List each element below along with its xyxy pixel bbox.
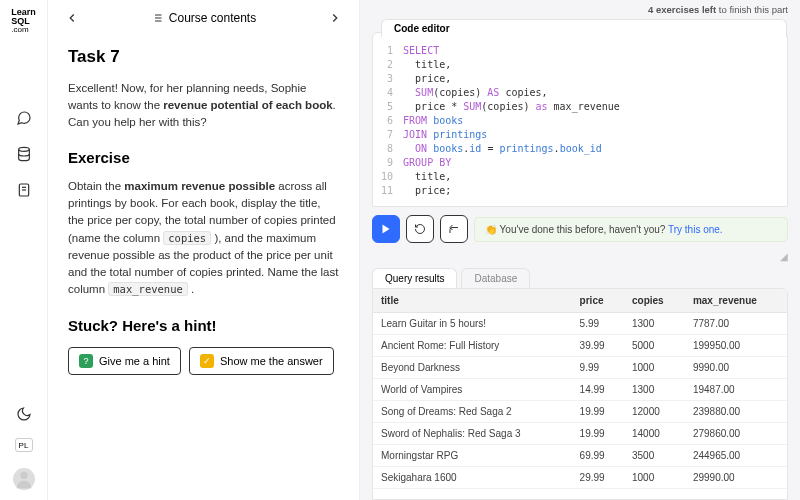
course-contents-label: Course contents bbox=[169, 11, 256, 25]
resize-handle-icon[interactable]: ◢ bbox=[778, 251, 788, 262]
hint-icon: ? bbox=[79, 354, 93, 368]
table-row: Sekigahara 160029.99100029990.00 bbox=[373, 467, 787, 489]
avatar[interactable] bbox=[13, 468, 35, 490]
app-sidebar: Learn SQL .com PL bbox=[0, 0, 48, 500]
hint-button[interactable]: ?Give me a hint bbox=[68, 347, 181, 375]
chat-icon[interactable] bbox=[16, 110, 32, 126]
svg-point-4 bbox=[20, 472, 27, 479]
code-area[interactable]: SELECT title, price, SUM(copies) AS copi… bbox=[403, 44, 620, 198]
hint-heading: Stuck? Here's a hint! bbox=[68, 315, 339, 338]
refresh-icon bbox=[414, 223, 426, 235]
reset-button[interactable] bbox=[406, 215, 434, 243]
exercise-heading: Exercise bbox=[68, 147, 339, 170]
editor-tab[interactable]: Code editor bbox=[381, 19, 787, 37]
table-row: Ancient Rome: Full History39.99500019995… bbox=[373, 335, 787, 357]
table-row: Beyond Darkness9.9910009990.00 bbox=[373, 357, 787, 379]
exercise-text: Obtain the maximum revenue possible acro… bbox=[68, 178, 339, 299]
share-icon bbox=[448, 223, 460, 235]
encouragement-banner: 👏 You've done this before, haven't you? … bbox=[474, 217, 788, 242]
logo-sub: .com bbox=[11, 25, 28, 34]
try-this-link[interactable]: Try this one. bbox=[668, 224, 723, 235]
progress-text: 4 exercises left to finish this part bbox=[360, 0, 800, 15]
results-table: titlepricecopiesmax_revenue Learn Guitar… bbox=[372, 288, 788, 500]
lang-icon[interactable]: PL bbox=[15, 438, 33, 452]
forward-icon[interactable] bbox=[327, 10, 343, 26]
list-icon bbox=[151, 12, 163, 24]
col-copies: copies bbox=[624, 289, 685, 313]
task-intro: Excellent! Now, for her planning needs, … bbox=[68, 80, 339, 132]
run-button[interactable] bbox=[372, 215, 400, 243]
logo[interactable]: Learn SQL .com bbox=[11, 8, 36, 34]
code-editor: Code editor 1234567891011 SELECT title, … bbox=[372, 32, 788, 207]
database-icon[interactable] bbox=[16, 146, 32, 162]
task-panel: Course contents Task 7 Excellent! Now, f… bbox=[48, 0, 360, 500]
tab-database[interactable]: Database bbox=[461, 268, 530, 288]
hint-button-label: Give me a hint bbox=[99, 355, 170, 367]
play-icon bbox=[380, 223, 392, 235]
line-gutter: 1234567891011 bbox=[381, 44, 403, 198]
answer-button[interactable]: ✓Show me the answer bbox=[189, 347, 334, 375]
course-contents-link[interactable]: Course contents bbox=[96, 11, 311, 25]
tab-query-results[interactable]: Query results bbox=[372, 268, 457, 288]
share-button[interactable] bbox=[440, 215, 468, 243]
moon-icon[interactable] bbox=[16, 406, 32, 422]
table-row: Morningstar RPG69.993500244965.00 bbox=[373, 445, 787, 467]
table-row: Learn Guitar in 5 hours!5.9913007787.00 bbox=[373, 313, 787, 335]
task-title: Task 7 bbox=[68, 44, 339, 70]
answer-button-label: Show me the answer bbox=[220, 355, 323, 367]
table-row: Song of Dreams: Red Saga 219.99120002398… bbox=[373, 401, 787, 423]
notes-icon[interactable] bbox=[16, 182, 32, 198]
main-panel: 4 exercises left to finish this part Cod… bbox=[360, 0, 800, 500]
col-max_revenue: max_revenue bbox=[685, 289, 787, 313]
col-title: title bbox=[373, 289, 572, 313]
back-icon[interactable] bbox=[64, 10, 80, 26]
svg-marker-11 bbox=[383, 225, 390, 234]
answer-icon: ✓ bbox=[200, 354, 214, 368]
table-row: World of Vampires14.99130019487.00 bbox=[373, 379, 787, 401]
col-price: price bbox=[572, 289, 624, 313]
svg-point-0 bbox=[18, 147, 29, 151]
table-row: Sword of Nephalis: Red Saga 319.99140002… bbox=[373, 423, 787, 445]
